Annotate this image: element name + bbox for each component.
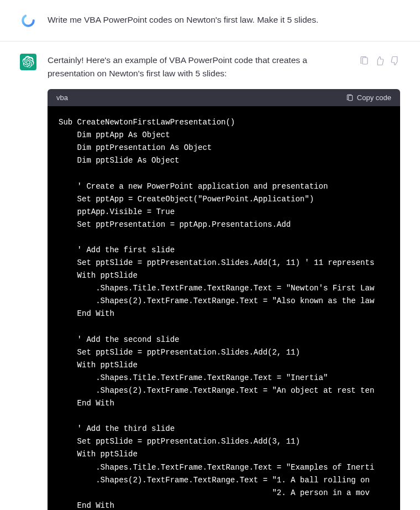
clipboard-icon[interactable] [359,56,369,66]
svg-point-0 [23,15,34,26]
copy-code-button[interactable]: Copy code [346,93,391,102]
message-actions [359,54,400,66]
user-message-text: Write me VBA PowerPoint codes on Newton'… [48,12,400,27]
svg-rect-2 [349,95,353,100]
clipboard-icon [346,94,354,102]
thumbs-down-icon[interactable] [390,56,400,66]
thumbs-up-icon[interactable] [375,56,385,66]
copy-code-label: Copy code [357,93,391,102]
code-block: vba Copy code Sub CreateNewtonFirstLawPr… [48,89,400,510]
assistant-message-text: Certainly! Here's an example of VBA Powe… [48,54,348,80]
code-content[interactable]: Sub CreateNewtonFirstLawPresentation() D… [48,106,400,510]
code-language-label: vba [56,93,68,102]
code-header: vba Copy code [48,89,400,106]
assistant-message-block: Certainly! Here's an example of VBA Powe… [0,41,420,510]
svg-rect-1 [363,58,368,64]
assistant-avatar [20,54,36,70]
user-message-row: Write me VBA PowerPoint codes on Newton'… [0,0,420,41]
user-avatar [20,12,36,29]
